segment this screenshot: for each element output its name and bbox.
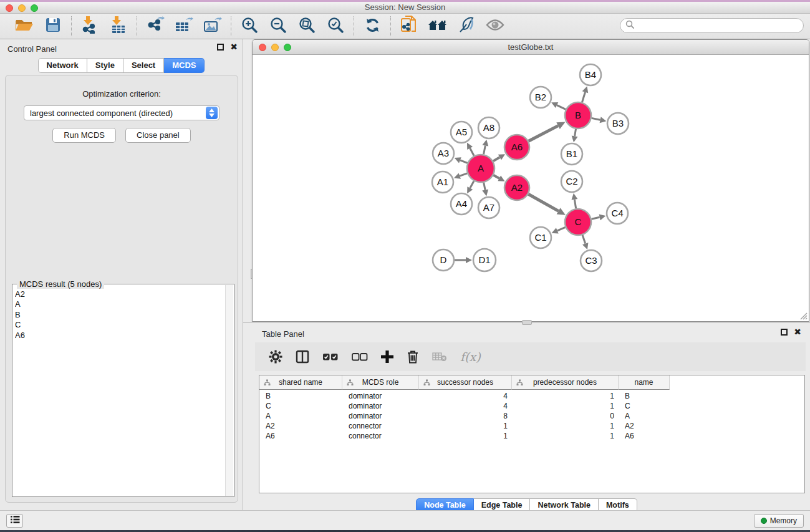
new-network-from-selection-button[interactable] — [400, 17, 418, 36]
graph-edge-A-A7[interactable] — [482, 183, 488, 196]
table-cell[interactable]: 0 — [512, 412, 619, 422]
graph-node-A2[interactable]: A2 — [504, 175, 529, 200]
zoom-in-button[interactable] — [240, 17, 259, 36]
table-row[interactable]: A6connector11A6 — [259, 432, 804, 442]
table-cell[interactable]: 4 — [419, 392, 512, 402]
zoom-fit-button[interactable] — [297, 17, 316, 36]
graph-node-B4[interactable]: B4 — [580, 64, 601, 85]
graph-edge-A-A1[interactable] — [454, 173, 467, 178]
task-history-button[interactable] — [6, 514, 23, 528]
export-table-button[interactable] — [175, 17, 193, 36]
result-item[interactable]: B — [15, 310, 225, 320]
graphics-details-button[interactable] — [457, 17, 476, 36]
result-item[interactable]: A — [15, 299, 225, 309]
graph-edge-A-A2[interactable] — [493, 175, 504, 181]
graph-edge-B-B1[interactable] — [572, 129, 578, 143]
graph-node-C4[interactable]: C4 — [607, 203, 628, 224]
table-cell[interactable]: 1 — [512, 392, 619, 402]
column-header-shared-name[interactable]: shared name — [259, 375, 342, 390]
graph-edge-D-D1[interactable] — [455, 257, 472, 263]
criterion-select[interactable]: largest connected component (directed) — [24, 105, 219, 120]
graph-node-A6[interactable]: A6 — [504, 135, 529, 160]
tab-network[interactable]: Network — [38, 58, 87, 73]
graph-node-B[interactable]: B — [565, 102, 591, 128]
import-network-button[interactable] — [80, 17, 99, 36]
column-header-mcds-role[interactable]: MCDS role — [342, 375, 419, 390]
table-cell[interactable]: A — [619, 412, 670, 422]
graph-edge-A-A6[interactable] — [493, 154, 505, 161]
table-cell[interactable]: connector — [342, 432, 419, 442]
table-cell[interactable]: A2 — [619, 422, 670, 432]
table-cell[interactable]: 1 — [419, 432, 512, 442]
graph-node-A3[interactable]: A3 — [433, 143, 454, 164]
table-cell[interactable]: dominator — [342, 402, 419, 412]
graph-node-B3[interactable]: B3 — [607, 113, 629, 134]
close-table-panel-icon[interactable]: ✖ — [794, 329, 801, 336]
zoom-out-button[interactable] — [269, 17, 287, 36]
create-column-button[interactable] — [381, 351, 393, 363]
column-header-successor-nodes[interactable]: successor nodes — [419, 375, 512, 390]
table-cell[interactable]: 1 — [512, 422, 619, 432]
delete-table-button[interactable] — [432, 352, 447, 362]
graph-node-A[interactable]: A — [467, 155, 494, 182]
close-panel-icon[interactable]: ✖ — [230, 44, 238, 51]
float-table-panel-icon[interactable] — [781, 329, 788, 336]
tab-style[interactable]: Style — [87, 58, 123, 73]
graph-node-A7[interactable]: A7 — [478, 197, 499, 218]
close-panel-button[interactable]: Close panel — [125, 128, 191, 143]
export-image-button[interactable] — [203, 17, 222, 36]
graph-node-C2[interactable]: C2 — [561, 171, 582, 192]
table-cell[interactable]: dominator — [342, 392, 419, 402]
tab-mcds[interactable]: MCDS — [164, 58, 205, 73]
table-cell[interactable]: A2 — [259, 422, 342, 432]
mcds-result-list[interactable]: A2ABCA6 — [15, 289, 225, 495]
run-mcds-button[interactable]: Run MCDS — [52, 128, 116, 143]
graph-edge-C-C2[interactable] — [571, 193, 577, 208]
graph-node-A4[interactable]: A4 — [451, 193, 472, 215]
search-field[interactable] — [620, 18, 804, 33]
graph-node-A5[interactable]: A5 — [451, 122, 472, 143]
float-panel-icon[interactable] — [217, 44, 224, 51]
table-cell[interactable]: A — [259, 412, 342, 422]
graph-node-D[interactable]: D — [433, 249, 454, 271]
graph-node-A1[interactable]: A1 — [432, 172, 453, 193]
zoom-selected-button[interactable] — [326, 17, 345, 36]
table-cell[interactable]: 1 — [419, 422, 512, 432]
graph-edge-A-A3[interactable] — [455, 157, 468, 163]
memory-button[interactable]: Memory — [754, 514, 804, 528]
table-cell[interactable]: B — [619, 392, 670, 402]
graph-node-B1[interactable]: B1 — [561, 143, 582, 165]
network-canvas[interactable]: AA6A2BCA5A8A3A1A4A7B2B4B3B1C2C4C1C3DD1 — [253, 55, 809, 321]
apply-layout-button[interactable] — [363, 17, 382, 36]
table-cell[interactable]: 1 — [512, 432, 619, 442]
table-cell[interactable]: 8 — [419, 412, 512, 422]
open-session-button[interactable] — [15, 17, 34, 36]
result-item[interactable]: C — [15, 320, 225, 330]
graph-node-A8[interactable]: A8 — [478, 117, 499, 138]
table-cell[interactable]: A6 — [259, 432, 342, 442]
deselect-all-columns-button[interactable] — [352, 352, 368, 361]
graph-node-D1[interactable]: D1 — [473, 249, 496, 271]
select-all-columns-button[interactable] — [322, 352, 339, 361]
table-settings-button[interactable] — [269, 350, 282, 364]
splitter-handle[interactable] — [522, 320, 532, 325]
save-session-button[interactable] — [44, 17, 62, 36]
graph-edge-C-C4[interactable] — [591, 214, 605, 220]
network-window-titlebar[interactable]: testGlobe.txt — [253, 40, 809, 55]
table-row[interactable]: Adominator80A — [259, 412, 804, 422]
graph-edge-C-C3[interactable] — [582, 235, 588, 249]
graph-edge-A6-B[interactable] — [529, 122, 566, 142]
graph-edge-A2-C[interactable] — [528, 194, 566, 215]
table-cell[interactable]: A6 — [619, 432, 670, 442]
table-cell[interactable]: 4 — [419, 402, 512, 412]
result-item[interactable]: A2 — [15, 289, 225, 299]
table-cell[interactable]: C — [619, 402, 670, 412]
column-header-name[interactable]: name — [619, 375, 670, 390]
graph-node-B2[interactable]: B2 — [530, 87, 551, 108]
table-cell[interactable]: connector — [342, 422, 419, 432]
node-table[interactable]: shared nameMCDS rolesuccessor nodesprede… — [259, 375, 805, 493]
table-row[interactable]: Bdominator41B — [259, 392, 804, 402]
graph-edge-B-B3[interactable] — [592, 117, 607, 123]
tab-select[interactable]: Select — [123, 58, 164, 73]
import-table-button[interactable] — [109, 17, 128, 36]
